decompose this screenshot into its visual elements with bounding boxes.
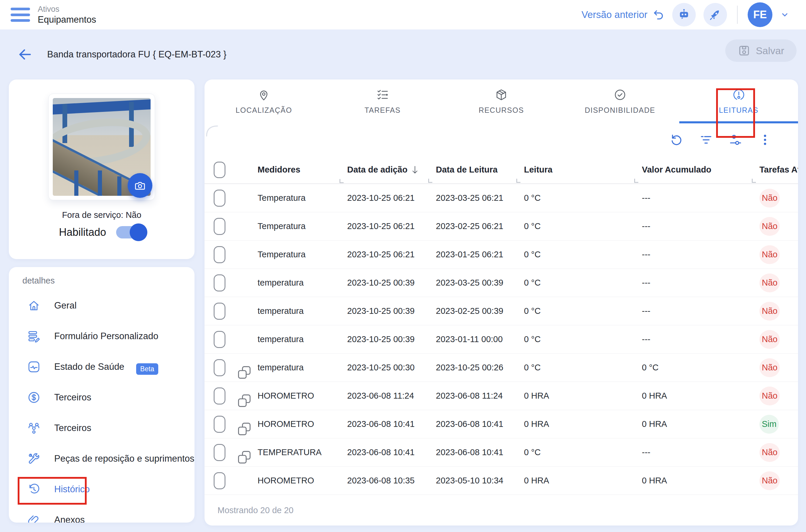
column-header-medidores[interactable]: Medidores [258, 165, 347, 175]
out-of-service-status: Fora de serviço: Não [9, 210, 195, 220]
tab-localizacao[interactable]: LOCALIZAÇÃO [204, 79, 323, 124]
checklist-icon [376, 88, 389, 101]
linked-meter-icon [237, 365, 258, 380]
linked-meter-icon [237, 450, 258, 464]
row-checkbox[interactable] [214, 472, 225, 489]
sidebar-item-estado-de-saude[interactable]: Estado de SaúdeBeta [9, 352, 195, 382]
sidebar-item-geral[interactable]: Geral [9, 290, 195, 321]
status-badge: Não [759, 217, 780, 236]
column-header-data-adicao[interactable]: Data de adição [347, 165, 436, 175]
filter-icon[interactable] [699, 133, 713, 147]
table-row[interactable]: HOROMETRO2023-06-08 10:412023-06-08 10:4… [204, 410, 798, 438]
detail-menu: Geral Formulário Personalizado Estado de… [9, 290, 195, 522]
row-checkbox[interactable] [214, 387, 225, 404]
chevron-down-icon[interactable] [780, 10, 789, 19]
change-photo-button[interactable] [128, 173, 152, 198]
refresh-icon[interactable] [670, 133, 684, 147]
sliders-icon[interactable] [729, 133, 743, 147]
table-toolbar [204, 124, 798, 156]
tab-tarefas[interactable]: TAREFAS [323, 79, 442, 124]
health-icon [27, 360, 41, 374]
linked-meter-icon [237, 393, 258, 408]
table-row[interactable]: HOROMETRO2023-06-08 11:242023-06-08 11:2… [204, 382, 798, 410]
status-badge: Não [759, 189, 780, 208]
column-header-valor-acumulado[interactable]: Valor Acumulado [642, 165, 759, 175]
sidebar-item-anexos[interactable]: Anexos [9, 505, 195, 522]
table-row[interactable]: temperatura2023-10-25 00:392023-02-25 00… [204, 297, 798, 325]
row-checkbox[interactable] [214, 218, 225, 235]
sidebar-item-financeiro[interactable]: Terceiros [9, 382, 195, 413]
previous-version-link[interactable]: Versão anterior [582, 8, 664, 21]
column-resize-handle[interactable] [634, 179, 638, 183]
form-icon [27, 329, 41, 343]
asset-detail-card: LOCALIZAÇÃO TAREFAS RECURSOS DISPONIBILI… [204, 79, 798, 526]
sidebar-item-terceiros[interactable]: Terceiros [9, 413, 195, 443]
row-checkbox[interactable] [214, 303, 225, 320]
column-resize-handle[interactable] [516, 179, 520, 183]
divider [737, 5, 738, 24]
status-badge: Não [759, 302, 780, 321]
column-header-leitura[interactable]: Leitura [524, 165, 642, 175]
row-checkbox[interactable] [214, 416, 225, 433]
status-badge: Não [759, 330, 780, 349]
table-footer: Mostrando 20 de 20 [204, 495, 798, 526]
table-row[interactable]: Temperatura2023-10-25 06:212023-03-25 06… [204, 184, 798, 212]
row-checkbox[interactable] [214, 274, 225, 291]
enabled-toggle[interactable] [116, 226, 144, 239]
tab-leituras[interactable]: LEITURAS [679, 79, 798, 124]
kebab-menu-icon[interactable] [758, 133, 772, 147]
tab-recursos[interactable]: RECURSOS [442, 79, 561, 124]
status-badge: Não [759, 386, 780, 405]
linked-meter-icon [237, 422, 258, 436]
floppy-icon [738, 44, 751, 57]
table-row[interactable]: Temperatura2023-10-25 06:212023-01-25 06… [204, 241, 798, 269]
status-badge: Não [759, 443, 780, 462]
save-button[interactable]: Salvar [725, 39, 796, 62]
people-icon [27, 421, 41, 435]
assistant-button[interactable] [672, 3, 696, 26]
sidebar-item-historico[interactable]: Histórico [9, 474, 195, 505]
back-button[interactable] [17, 47, 32, 62]
tab-bar: LOCALIZAÇÃO TAREFAS RECURSOS DISPONIBILI… [204, 79, 798, 124]
row-checkbox[interactable] [214, 331, 225, 348]
undo-icon [652, 8, 664, 21]
whats-new-button[interactable] [703, 3, 727, 26]
sidebar-item-formulario-personalizado[interactable]: Formulário Personalizado [9, 321, 195, 352]
row-checkbox[interactable] [214, 359, 225, 376]
dollar-icon [27, 391, 41, 404]
row-checkbox[interactable] [214, 444, 225, 461]
table-row[interactable]: HOROMETRO2023-06-08 10:352023-05-10 10:3… [204, 467, 798, 495]
page-title: Equipamentos [38, 15, 96, 25]
status-badge: Não [759, 358, 780, 377]
row-count: Mostrando 20 de 20 [218, 506, 294, 515]
asset-summary-card: Fora de serviço: Não Habilitado [9, 79, 195, 259]
status-badge: Não [759, 471, 780, 490]
hamburger-menu-icon[interactable] [11, 7, 30, 22]
column-resize-handle[interactable] [752, 179, 756, 183]
sort-arrow-down-icon [410, 165, 419, 175]
table-body: Temperatura2023-10-25 06:212023-03-25 06… [204, 184, 798, 495]
row-checkbox[interactable] [214, 246, 225, 263]
robot-icon [677, 8, 691, 21]
column-resize-handle[interactable] [428, 179, 432, 183]
sidebar-item-pecas-de-reposicao[interactable]: Peças de reposição e suprimentos [9, 443, 195, 474]
row-checkbox[interactable] [214, 190, 225, 207]
toggle-knob [130, 224, 147, 241]
select-all-checkbox[interactable] [214, 162, 225, 178]
table-row[interactable]: TEMPERATURA2023-06-08 10:412023-06-08 10… [204, 438, 798, 467]
column-header-data-leitura[interactable]: Data de Leitura [436, 165, 524, 175]
history-icon [27, 482, 41, 496]
table-row[interactable]: temperatura2023-10-25 00:302023-10-25 00… [204, 354, 798, 382]
column-resize-handle[interactable] [340, 179, 344, 183]
beta-badge: Beta [136, 363, 158, 375]
rocket-icon [709, 8, 722, 21]
avatar[interactable]: FE [748, 2, 772, 27]
tab-disponibilidade[interactable]: DISPONIBILIDADE [561, 79, 679, 124]
home-icon [27, 299, 41, 312]
table-row[interactable]: Temperatura2023-10-25 06:212023-02-25 06… [204, 212, 798, 241]
enabled-label: Habilitado [59, 226, 106, 239]
table-row[interactable]: temperatura2023-10-25 00:392023-03-25 00… [204, 269, 798, 297]
column-header-tarefas[interactable]: Tarefas At [759, 165, 798, 175]
table-row[interactable]: temperatura2023-10-25 00:392023-01-11 00… [204, 325, 798, 354]
breadcrumb: Ativos [38, 5, 96, 14]
